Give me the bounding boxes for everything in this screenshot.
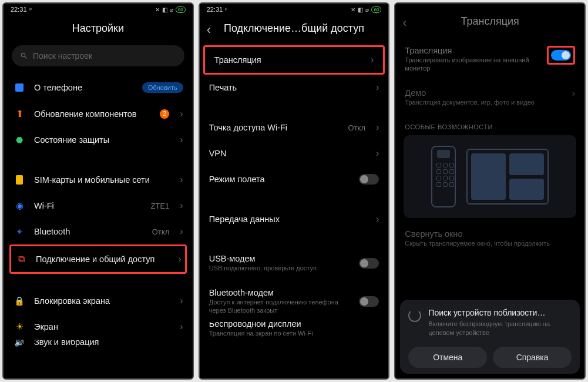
bt-tether-toggle[interactable]: [359, 296, 379, 307]
row-label: Печать: [209, 83, 365, 92]
row-connection-sharing[interactable]: ⧉ Подключение и общий доступ ›: [11, 246, 185, 272]
airplane-toggle[interactable]: [359, 174, 379, 185]
phone-cast: ‹ Трансляция Трансляция Транслировать из…: [394, 2, 586, 380]
row-minimize[interactable]: Свернуть окно Скрыть транслируемое окно,…: [395, 222, 584, 256]
sim-icon: [13, 175, 26, 185]
row-label: Wi-Fi: [34, 201, 143, 210]
status-time: 22:31: [11, 6, 27, 13]
back-button[interactable]: ‹: [402, 15, 406, 31]
row-sublabel: Транслировать изображение на внешний мон…: [405, 56, 539, 73]
bluetooth-icon: ⌖: [13, 226, 26, 237]
row-vpn[interactable]: VPN ›: [200, 140, 389, 166]
row-demo[interactable]: Демо Трансляция документов, игр, фото и …: [395, 81, 584, 115]
row-label: Режим полета: [209, 175, 351, 184]
status-bar: 22:31 ᵖ ✕ ◧ ⌀ 60: [4, 4, 193, 14]
row-label: Bluetooth: [34, 227, 144, 236]
highlight-cast: Трансляция ›: [203, 45, 385, 75]
row-label: Звук и вибрация: [34, 340, 183, 347]
loading-spinner-icon: [408, 309, 421, 322]
cancel-button[interactable]: Отмена: [408, 347, 487, 368]
shield-icon: ⬣: [13, 135, 26, 145]
battery-icon: 60: [371, 6, 381, 13]
phone-info-icon: [13, 83, 26, 92]
search-icon: [20, 52, 28, 60]
status-bar: 22:31 ᵖ ✕ ◧ ⌀ 60: [200, 4, 389, 14]
row-label: Трансляция: [405, 46, 539, 55]
chevron-right-icon: ›: [180, 135, 183, 145]
sheet-subtitle: Включите беспроводную трансляцию на целе…: [428, 320, 572, 337]
chevron-right-icon: ›: [572, 88, 575, 99]
monitor-icon: [466, 149, 549, 205]
row-hotspot[interactable]: Точка доступа Wi-Fi Откл ›: [200, 115, 389, 140]
row-data-usage[interactable]: Передача данных ›: [200, 206, 389, 232]
wifi-icon: ⌀: [170, 6, 173, 13]
row-airplane[interactable]: Режим полета: [200, 166, 389, 192]
row-system-updates[interactable]: ⬆ Обновление компонентов 2 ›: [4, 100, 193, 127]
chevron-right-icon: ›: [180, 321, 183, 332]
battery-icon: 60: [176, 6, 186, 13]
upload-icon: ⬆: [13, 108, 26, 119]
row-value: Откл: [152, 227, 170, 236]
sound-icon: 🔊: [13, 340, 26, 347]
row-lock-screen[interactable]: 🔒 Блокировка экрана ›: [4, 288, 193, 314]
row-cast[interactable]: Трансляция ›: [205, 47, 384, 73]
search-input[interactable]: Поиск настроек: [12, 45, 184, 66]
notification-icon: ᵖ: [29, 6, 32, 13]
row-label: Блокировка экрана: [34, 296, 169, 306]
row-value: Откл: [348, 123, 366, 132]
settings-list: О телефоне Обновить ⬆ Обновление компоне…: [4, 75, 193, 378]
lock-icon: 🔒: [13, 296, 26, 306]
row-sim-cards[interactable]: SIM-карты и мобильные сети ›: [4, 167, 193, 193]
row-label: SIM-карты и мобильные сети: [34, 175, 169, 185]
status-time: 22:31: [207, 6, 223, 13]
row-sound[interactable]: 🔊 Звук и вибрация: [4, 340, 193, 350]
row-security-status[interactable]: ⬣ Состояние защиты ›: [4, 127, 193, 153]
page-title: Трансляция: [461, 15, 519, 28]
row-label: Свернуть окно: [405, 229, 575, 239]
row-cast[interactable]: Трансляция Транслировать изображение на …: [395, 38, 584, 81]
chevron-right-icon: ›: [180, 296, 183, 306]
sheet-title: Поиск устройств поблизости…: [428, 308, 572, 317]
highlight-connection-sharing: ⧉ Подключение и общий доступ ›: [9, 244, 187, 274]
update-button[interactable]: Обновить: [142, 82, 183, 93]
share-icon: ⧉: [15, 254, 28, 264]
row-sublabel: USB подключено, проверьте доступ: [209, 264, 351, 273]
signal-icon: ◧: [358, 6, 363, 13]
page-header: ‹ Подключение…бщий доступ: [200, 14, 389, 45]
chevron-right-icon: ›: [178, 254, 181, 264]
section-header-special: ОСОБЫЕ ВОЗМОЖНОСТИ: [395, 114, 584, 135]
row-wifi[interactable]: ◉ Wi-Fi ZTE1 ›: [4, 193, 193, 219]
row-about-phone[interactable]: О телефоне Обновить: [4, 75, 193, 100]
back-button[interactable]: ‹: [207, 22, 211, 38]
chevron-right-icon: ›: [376, 122, 379, 133]
row-wireless-display[interactable]: Беспроводной дисплей Трансляция на экран…: [200, 322, 389, 339]
row-label: Беспроводной дисплей: [209, 322, 379, 329]
row-label: Bluetooth-модем: [209, 288, 351, 297]
page-title: Настройки: [4, 14, 193, 45]
row-label: О телефоне: [34, 83, 134, 92]
usb-tether-toggle[interactable]: [359, 258, 379, 269]
cast-toggle[interactable]: [551, 50, 571, 61]
row-sublabel: Трансляция документов, игр, фото и видео: [405, 99, 561, 107]
row-label: Точка доступа Wi-Fi: [209, 123, 340, 132]
help-button[interactable]: Справка: [493, 347, 572, 368]
row-sublabel: Доступ к интернет-подключению телефона ч…: [209, 299, 351, 315]
page-header: ‹ Трансляция: [395, 7, 584, 38]
chevron-right-icon: ›: [180, 226, 183, 237]
row-label: VPN: [209, 149, 365, 158]
row-print[interactable]: Печать ›: [200, 75, 389, 100]
row-label: USB-модем: [209, 254, 351, 263]
chevron-right-icon: ›: [180, 175, 183, 185]
phone-settings: 22:31 ᵖ ✕ ◧ ⌀ 60 Настройки Поиск настрое…: [2, 2, 194, 380]
row-bt-tether[interactable]: Bluetooth-модем Доступ к интернет-подклю…: [200, 280, 389, 323]
row-usb-tether[interactable]: USB-модем USB подключено, проверьте дост…: [200, 246, 389, 280]
badge-count: 2: [160, 109, 169, 119]
phone-connection-sharing: 22:31 ᵖ ✕ ◧ ⌀ 60 ‹ Подключение…бщий дост…: [199, 2, 390, 380]
remote-icon: [431, 146, 456, 207]
row-bluetooth[interactable]: ⌖ Bluetooth Откл ›: [4, 219, 193, 244]
notification-icon: ᵖ: [225, 6, 227, 13]
chevron-right-icon: ›: [371, 55, 374, 65]
row-display[interactable]: ☀ Экран ›: [4, 314, 193, 340]
wifi-icon: ⌀: [365, 6, 369, 13]
row-sublabel: Трансляция на экран по сети Wi-Fi: [209, 330, 379, 338]
